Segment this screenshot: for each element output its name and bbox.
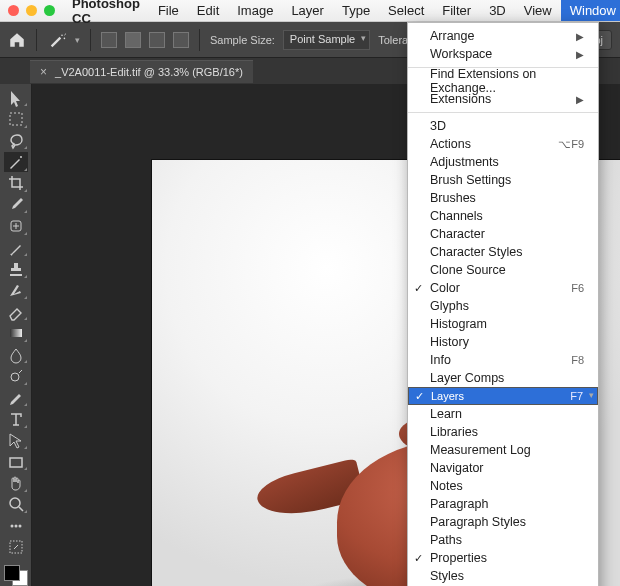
menu-edit[interactable]: Edit xyxy=(188,0,228,21)
menu-item-notes[interactable]: Notes xyxy=(408,477,598,495)
menu-item-styles[interactable]: Styles xyxy=(408,567,598,585)
svg-point-11 xyxy=(18,524,21,527)
menu-item-navigator[interactable]: Navigator xyxy=(408,459,598,477)
menu-item-paragraph[interactable]: Paragraph xyxy=(408,495,598,513)
svg-point-6 xyxy=(11,373,19,381)
minimize-window-button[interactable] xyxy=(26,5,37,16)
menu-item-arrange[interactable]: Arrange▶ xyxy=(408,27,598,45)
menu-item-libraries[interactable]: Libraries xyxy=(408,423,598,441)
close-tab-icon[interactable]: × xyxy=(40,65,47,79)
svg-point-10 xyxy=(14,524,17,527)
eraser-tool[interactable] xyxy=(4,302,28,321)
svg-point-9 xyxy=(10,524,13,527)
wand-tool[interactable] xyxy=(4,152,28,171)
svg-point-0 xyxy=(61,34,63,36)
menu-type[interactable]: Type xyxy=(333,0,379,21)
gradient-tool[interactable] xyxy=(4,323,28,342)
subtract-selection-button[interactable] xyxy=(149,32,165,48)
hand-tool[interactable] xyxy=(4,473,28,492)
dodge-tool[interactable] xyxy=(4,366,28,385)
menu-item-brushes[interactable]: Brushes xyxy=(408,189,598,207)
menu-3d[interactable]: 3D xyxy=(480,0,515,21)
eyedrop-tool[interactable] xyxy=(4,195,28,214)
crop-tool[interactable] xyxy=(4,174,28,193)
menu-item-properties[interactable]: ✓Properties xyxy=(408,549,598,567)
svg-point-1 xyxy=(64,37,66,39)
color-swatches[interactable] xyxy=(4,565,28,586)
menu-item-histogram[interactable]: Histogram xyxy=(408,315,598,333)
path-tool[interactable] xyxy=(4,431,28,450)
stamp-tool[interactable] xyxy=(4,259,28,278)
intersect-selection-button[interactable] xyxy=(173,32,189,48)
heal-tool[interactable] xyxy=(4,216,28,235)
menu-file[interactable]: File xyxy=(149,0,188,21)
toolbox xyxy=(0,84,32,586)
svg-point-8 xyxy=(10,498,20,508)
menu-item-color[interactable]: ✓ColorF6 xyxy=(408,279,598,297)
menu-item-channels[interactable]: Channels xyxy=(408,207,598,225)
move-tool[interactable] xyxy=(4,88,28,107)
edit-tb-tool[interactable] xyxy=(4,538,28,557)
menu-item-brush-settings[interactable]: Brush Settings xyxy=(408,171,598,189)
pen-tool[interactable] xyxy=(4,388,28,407)
window-controls xyxy=(0,5,63,16)
rect-tool[interactable] xyxy=(4,452,28,471)
svg-point-3 xyxy=(20,156,22,158)
document-tab[interactable]: × _V2A0011-Edit.tif @ 33.3% (RGB/16*) xyxy=(30,60,253,83)
menu-item-learn[interactable]: Learn xyxy=(408,405,598,423)
menu-item-paragraph-styles[interactable]: Paragraph Styles xyxy=(408,513,598,531)
type-tool[interactable] xyxy=(4,409,28,428)
menu-item-find-extensions-on-exchange-[interactable]: Find Extensions on Exchange... xyxy=(408,72,598,90)
add-selection-button[interactable] xyxy=(125,32,141,48)
menu-filter[interactable]: Filter xyxy=(433,0,480,21)
menu-select[interactable]: Select xyxy=(379,0,433,21)
lasso-tool[interactable] xyxy=(4,131,28,150)
magic-wand-icon[interactable] xyxy=(47,32,67,48)
menu-item-clone-source[interactable]: Clone Source xyxy=(408,261,598,279)
menu-layer[interactable]: Layer xyxy=(282,0,333,21)
menu-item-workspace[interactable]: Workspace▶ xyxy=(408,45,598,63)
blur-tool[interactable] xyxy=(4,345,28,364)
menu-item-layer-comps[interactable]: Layer Comps xyxy=(408,369,598,387)
close-window-button[interactable] xyxy=(8,5,19,16)
menu-item-character[interactable]: Character xyxy=(408,225,598,243)
menu-window[interactable]: Window xyxy=(561,0,620,21)
svg-rect-7 xyxy=(10,458,22,467)
menu-view[interactable]: View xyxy=(515,0,561,21)
menu-item-paths[interactable]: Paths xyxy=(408,531,598,549)
menu-item-glyphs[interactable]: Glyphs xyxy=(408,297,598,315)
menu-item-extensions[interactable]: Extensions▶ xyxy=(408,90,598,108)
home-icon[interactable] xyxy=(8,31,26,49)
history-tool[interactable] xyxy=(4,281,28,300)
menu-item-3d[interactable]: 3D xyxy=(408,117,598,135)
menu-item-info[interactable]: InfoF8 xyxy=(408,351,598,369)
menu-item-character-styles[interactable]: Character Styles xyxy=(408,243,598,261)
app-name: Photoshop CC xyxy=(63,0,149,26)
brush-tool[interactable] xyxy=(4,238,28,257)
menu-item-layers[interactable]: ✓LayersF7 xyxy=(408,387,598,405)
sample-size-label: Sample Size: xyxy=(210,34,275,46)
menu-item-history[interactable]: History xyxy=(408,333,598,351)
menu-item-measurement-log[interactable]: Measurement Log xyxy=(408,441,598,459)
dots-tool[interactable] xyxy=(4,516,28,535)
maximize-window-button[interactable] xyxy=(44,5,55,16)
document-tab-title: _V2A0011-Edit.tif @ 33.3% (RGB/16*) xyxy=(55,66,243,78)
menu-image[interactable]: Image xyxy=(228,0,282,21)
menu-item-actions[interactable]: Actions⌥F9 xyxy=(408,135,598,153)
new-selection-button[interactable] xyxy=(101,32,117,48)
menubar: Photoshop CC FileEditImageLayerTypeSelec… xyxy=(0,0,620,22)
marquee-tool[interactable] xyxy=(4,109,28,128)
svg-rect-2 xyxy=(10,113,22,125)
zoom-tool[interactable] xyxy=(4,495,28,514)
window-menu-dropdown: Arrange▶Workspace▶Find Extensions on Exc… xyxy=(407,22,599,586)
sample-size-select[interactable]: Point Sample xyxy=(283,30,370,50)
menu-item-adjustments[interactable]: Adjustments xyxy=(408,153,598,171)
svg-rect-5 xyxy=(10,329,22,337)
